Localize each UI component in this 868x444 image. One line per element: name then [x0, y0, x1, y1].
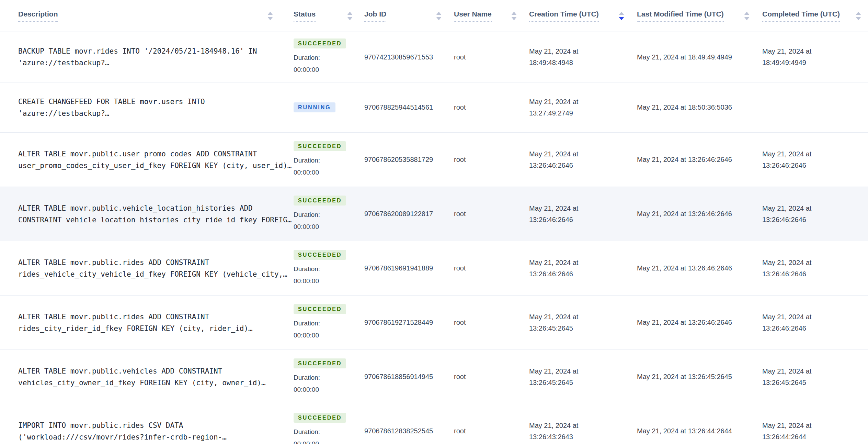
job-id-cell: 970678612838252545	[356, 404, 445, 444]
status-cell: SUCCEEDED Duration: 00:00:00	[287, 241, 356, 295]
table-row[interactable]: ALTER TABLE movr.public.vehicles ADD CON…	[0, 350, 868, 404]
duration-value: 00:00:00	[294, 384, 319, 396]
description-cell: CREATE CHANGEFEED FOR TABLE movr.users I…	[0, 82, 287, 132]
last-modified-cell: May 21, 2024 at 18:50:36:5036	[628, 82, 753, 132]
description-text: user_promo_codes_city_user_id_fkey FOREI…	[18, 160, 292, 171]
last-modified-cell: May 21, 2024 at 18:49:49:4949	[628, 32, 753, 82]
status-cell: SUCCEEDED Duration: 00:00:00	[287, 187, 356, 241]
column-header-label: Status	[294, 10, 316, 22]
status-cell: SUCCEEDED Duration: 00:00:00	[287, 32, 356, 82]
completed-time-cell	[753, 82, 868, 132]
column-header-description[interactable]: Description	[0, 10, 287, 22]
completed-time-cell: May 21, 2024 at 13:26:46:2646	[753, 241, 868, 295]
last-modified-cell: May 21, 2024 at 13:26:46:2646	[628, 133, 753, 187]
duration-value: 00:00:00	[294, 275, 319, 287]
duration-value: 00:00:00	[294, 166, 319, 178]
sort-icon[interactable]	[856, 12, 861, 20]
description-text: IMPORT INTO movr.public.rides CSV DATA	[18, 420, 183, 431]
user-name-cell: root	[445, 350, 520, 404]
table-row[interactable]: IMPORT INTO movr.public.rides CSV DATA (…	[0, 404, 868, 444]
status-badge: SUCCEEDED	[294, 413, 346, 423]
creation-time-cell: May 21, 2024 at 13:26:46:2646	[520, 133, 628, 187]
duration-label: Duration:	[294, 154, 320, 166]
duration-value: 00:00:00	[294, 221, 319, 233]
table-header-row: Description Status Job ID User Name Crea…	[0, 0, 868, 32]
table-row[interactable]: ALTER TABLE movr.public.rides ADD CONSTR…	[0, 296, 868, 350]
last-modified-cell: May 21, 2024 at 13:26:45:2645	[628, 350, 753, 404]
column-header-job-id[interactable]: Job ID	[356, 10, 445, 22]
user-name-cell: root	[445, 296, 520, 349]
column-header-status[interactable]: Status	[287, 10, 356, 22]
description-text: ALTER TABLE movr.public.rides ADD CONSTR…	[18, 311, 209, 323]
column-header-creation-time[interactable]: Creation Time (UTC)	[520, 10, 628, 22]
status-badge: RUNNING	[294, 102, 335, 112]
last-modified-cell: May 21, 2024 at 13:26:44:2644	[628, 404, 753, 444]
duration-label: Duration:	[294, 52, 320, 64]
duration-label: Duration:	[294, 371, 320, 384]
status-badge: SUCCEEDED	[294, 38, 346, 48]
job-id-cell: 970678620535881729	[356, 133, 445, 187]
table-row[interactable]: BACKUP TABLE movr.rides INTO '/2024/05/2…	[0, 32, 868, 82]
creation-time-cell: May 21, 2024 at 13:26:45:2645	[520, 296, 628, 349]
completed-time-cell: May 21, 2024 at 13:26:44:2644	[753, 404, 868, 444]
description-text: ('workload:///csv/movr/rides?infer-crdb-…	[18, 431, 227, 443]
duration-value: 00:00:00	[294, 329, 319, 341]
column-header-completed-time[interactable]: Completed Time (UTC)	[753, 10, 868, 22]
description-text: ALTER TABLE movr.public.user_promo_codes…	[18, 148, 257, 160]
status-cell: SUCCEEDED Duration: 00:00:00	[287, 133, 356, 187]
duration-value: 00:00:00	[294, 438, 319, 444]
table-row[interactable]: ALTER TABLE movr.public.user_promo_codes…	[0, 133, 868, 187]
description-cell: ALTER TABLE movr.public.rides ADD CONSTR…	[0, 296, 287, 349]
description-text: rides_vehicle_city_vehicle_id_fkey FOREI…	[18, 268, 287, 280]
duration-label: Duration:	[294, 209, 320, 221]
column-header-user-name[interactable]: User Name	[445, 10, 520, 22]
sort-icon[interactable]	[511, 12, 517, 20]
sort-icon[interactable]	[744, 12, 750, 20]
table-row[interactable]: CREATE CHANGEFEED FOR TABLE movr.users I…	[0, 82, 868, 133]
description-cell: BACKUP TABLE movr.rides INTO '/2024/05/2…	[0, 32, 287, 82]
column-header-label: Creation Time (UTC)	[529, 10, 599, 22]
job-id-cell: 970678619691941889	[356, 241, 445, 295]
user-name-cell: root	[445, 241, 520, 295]
user-name-cell: root	[445, 187, 520, 241]
description-text: CREATE CHANGEFEED FOR TABLE movr.users I…	[18, 96, 205, 108]
sort-desc-active-icon[interactable]	[619, 12, 624, 20]
description-cell: IMPORT INTO movr.public.rides CSV DATA (…	[0, 404, 287, 444]
creation-time-cell: May 21, 2024 at 13:26:46:2646	[520, 187, 628, 241]
description-text: CONSTRAINT vehicle_location_histories_ci…	[18, 214, 292, 226]
sort-icon[interactable]	[267, 12, 273, 20]
creation-time-cell: May 21, 2024 at 13:26:43:2643	[520, 404, 628, 444]
column-header-label: User Name	[454, 10, 492, 22]
completed-time-cell: May 21, 2024 at 13:26:46:2646	[753, 133, 868, 187]
status-badge: SUCCEEDED	[294, 304, 346, 314]
job-id-cell: 970678825944514561	[356, 82, 445, 132]
status-badge: SUCCEEDED	[294, 358, 346, 368]
table-row[interactable]: ALTER TABLE movr.public.vehicle_location…	[0, 187, 868, 241]
status-cell: SUCCEEDED Duration: 00:00:00	[287, 350, 356, 404]
creation-time-cell: May 21, 2024 at 13:26:45:2645	[520, 350, 628, 404]
creation-time-cell: May 21, 2024 at 18:49:48:4948	[520, 32, 628, 82]
table-row[interactable]: ALTER TABLE movr.public.rides ADD CONSTR…	[0, 241, 868, 296]
description-text: ALTER TABLE movr.public.vehicles ADD CON…	[18, 365, 222, 377]
creation-time-cell: May 21, 2024 at 13:27:49:2749	[520, 82, 628, 132]
completed-time-cell: May 21, 2024 at 13:26:46:2646	[753, 187, 868, 241]
duration-label: Duration:	[294, 426, 320, 438]
description-text: rides_city_rider_id_fkey FOREIGN KEY (ci…	[18, 323, 253, 334]
status-cell: RUNNING	[287, 82, 356, 132]
description-cell: ALTER TABLE movr.public.user_promo_codes…	[0, 133, 287, 187]
description-text: 'azure://testbackup?…	[18, 108, 110, 119]
user-name-cell: root	[445, 404, 520, 444]
description-cell: ALTER TABLE movr.public.vehicles ADD CON…	[0, 350, 287, 404]
sort-icon[interactable]	[436, 12, 442, 20]
description-text: vehicles_city_owner_id_fkey FOREIGN KEY …	[18, 377, 266, 389]
description-cell: ALTER TABLE movr.public.rides ADD CONSTR…	[0, 241, 287, 295]
job-id-cell: 970678618856914945	[356, 350, 445, 404]
status-badge: SUCCEEDED	[294, 141, 346, 151]
user-name-cell: root	[445, 82, 520, 132]
duration-label: Duration:	[294, 263, 320, 275]
last-modified-cell: May 21, 2024 at 13:26:46:2646	[628, 187, 753, 241]
last-modified-cell: May 21, 2024 at 13:26:46:2646	[628, 296, 753, 349]
sort-icon[interactable]	[347, 12, 353, 20]
description-text: ALTER TABLE movr.public.vehicle_location…	[18, 202, 253, 214]
column-header-last-modified-time[interactable]: Last Modified Time (UTC)	[628, 10, 753, 22]
